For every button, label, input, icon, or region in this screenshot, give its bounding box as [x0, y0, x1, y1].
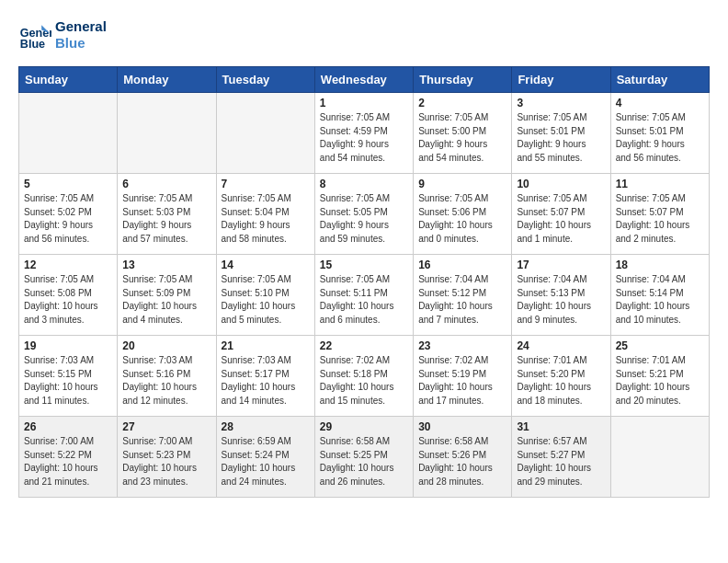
weekday-header-saturday: Saturday — [610, 67, 709, 93]
day-info: Sunrise: 6:59 AM Sunset: 5:24 PM Dayligh… — [222, 435, 310, 488]
calendar-cell: 6Sunrise: 7:05 AM Sunset: 5:03 PM Daylig… — [118, 174, 216, 255]
day-number: 6 — [122, 178, 210, 190]
weekday-header-wednesday: Wednesday — [314, 67, 413, 93]
day-info: Sunrise: 7:03 AM Sunset: 5:15 PM Dayligh… — [24, 354, 112, 408]
svg-text:Blue: Blue — [20, 38, 45, 51]
day-number: 7 — [222, 178, 310, 190]
day-number: 20 — [122, 339, 210, 352]
logo-general: General — [55, 18, 107, 35]
calendar-week-row: 19Sunrise: 7:03 AM Sunset: 5:15 PM Dayli… — [19, 336, 710, 417]
day-number: 1 — [320, 97, 408, 109]
calendar-cell: 17Sunrise: 7:04 AM Sunset: 5:13 PM Dayli… — [512, 255, 610, 336]
calendar-cell — [118, 93, 216, 174]
calendar-cell — [19, 93, 118, 174]
calendar-cell: 31Sunrise: 6:57 AM Sunset: 5:27 PM Dayli… — [512, 417, 610, 498]
day-number: 18 — [616, 259, 704, 271]
day-number: 19 — [24, 339, 112, 352]
day-number: 16 — [418, 259, 506, 271]
calendar-cell: 22Sunrise: 7:02 AM Sunset: 5:18 PM Dayli… — [314, 336, 413, 417]
day-number: 15 — [320, 259, 408, 271]
day-info: Sunrise: 7:05 AM Sunset: 5:04 PM Dayligh… — [222, 192, 310, 246]
weekday-header-sunday: Sunday — [19, 67, 118, 93]
day-number: 9 — [418, 178, 506, 190]
weekday-header-monday: Monday — [118, 67, 216, 93]
day-info: Sunrise: 7:00 AM Sunset: 5:23 PM Dayligh… — [122, 435, 210, 488]
calendar-cell: 1Sunrise: 7:05 AM Sunset: 4:59 PM Daylig… — [314, 93, 413, 174]
calendar-table: SundayMondayTuesdayWednesdayThursdayFrid… — [18, 66, 710, 498]
day-number: 25 — [616, 339, 704, 352]
calendar-cell: 18Sunrise: 7:04 AM Sunset: 5:14 PM Dayli… — [610, 255, 709, 336]
day-info: Sunrise: 7:05 AM Sunset: 5:07 PM Dayligh… — [517, 192, 605, 246]
day-number: 5 — [24, 178, 112, 190]
day-info: Sunrise: 7:03 AM Sunset: 5:17 PM Dayligh… — [222, 354, 310, 408]
weekday-header-row: SundayMondayTuesdayWednesdayThursdayFrid… — [19, 67, 710, 93]
calendar-cell: 24Sunrise: 7:01 AM Sunset: 5:20 PM Dayli… — [512, 336, 610, 417]
day-info: Sunrise: 7:05 AM Sunset: 5:09 PM Dayligh… — [122, 273, 210, 327]
day-info: Sunrise: 7:05 AM Sunset: 5:03 PM Dayligh… — [122, 192, 210, 246]
day-number: 29 — [320, 420, 408, 433]
day-info: Sunrise: 7:05 AM Sunset: 5:11 PM Dayligh… — [320, 273, 408, 327]
calendar-cell: 5Sunrise: 7:05 AM Sunset: 5:02 PM Daylig… — [19, 174, 118, 255]
logo-icon: General Blue — [18, 18, 51, 52]
day-info: Sunrise: 7:05 AM Sunset: 5:02 PM Dayligh… — [24, 192, 112, 246]
day-number: 2 — [418, 97, 506, 109]
day-number: 13 — [122, 259, 210, 271]
calendar-cell: 15Sunrise: 7:05 AM Sunset: 5:11 PM Dayli… — [314, 255, 413, 336]
page-header: General Blue General Blue — [18, 18, 710, 52]
calendar-cell: 27Sunrise: 7:00 AM Sunset: 5:23 PM Dayli… — [118, 417, 216, 498]
calendar-week-row: 26Sunrise: 7:00 AM Sunset: 5:22 PM Dayli… — [19, 417, 710, 498]
weekday-header-friday: Friday — [512, 67, 610, 93]
day-number: 4 — [616, 97, 704, 109]
calendar-cell: 25Sunrise: 7:01 AM Sunset: 5:21 PM Dayli… — [610, 336, 709, 417]
day-info: Sunrise: 7:04 AM Sunset: 5:14 PM Dayligh… — [616, 273, 704, 327]
calendar-cell: 16Sunrise: 7:04 AM Sunset: 5:12 PM Dayli… — [414, 255, 512, 336]
calendar-cell: 29Sunrise: 6:58 AM Sunset: 5:25 PM Dayli… — [314, 417, 413, 498]
day-number: 30 — [418, 420, 506, 433]
calendar-cell: 12Sunrise: 7:05 AM Sunset: 5:08 PM Dayli… — [19, 255, 118, 336]
day-number: 14 — [222, 259, 310, 271]
day-info: Sunrise: 7:02 AM Sunset: 5:18 PM Dayligh… — [320, 354, 408, 408]
calendar-cell: 8Sunrise: 7:05 AM Sunset: 5:05 PM Daylig… — [314, 174, 413, 255]
calendar-cell: 21Sunrise: 7:03 AM Sunset: 5:17 PM Dayli… — [216, 336, 314, 417]
day-number: 22 — [320, 339, 408, 352]
day-info: Sunrise: 7:05 AM Sunset: 5:05 PM Dayligh… — [320, 192, 408, 246]
day-number: 23 — [418, 339, 506, 352]
calendar-cell: 28Sunrise: 6:59 AM Sunset: 5:24 PM Dayli… — [216, 417, 314, 498]
day-number: 31 — [517, 420, 605, 433]
day-info: Sunrise: 7:03 AM Sunset: 5:16 PM Dayligh… — [122, 354, 210, 408]
calendar-cell: 4Sunrise: 7:05 AM Sunset: 5:01 PM Daylig… — [610, 93, 709, 174]
calendar-cell: 2Sunrise: 7:05 AM Sunset: 5:00 PM Daylig… — [414, 93, 512, 174]
calendar-cell: 23Sunrise: 7:02 AM Sunset: 5:19 PM Dayli… — [414, 336, 512, 417]
day-number: 27 — [122, 420, 210, 433]
calendar-cell: 9Sunrise: 7:05 AM Sunset: 5:06 PM Daylig… — [414, 174, 512, 255]
calendar-cell: 26Sunrise: 7:00 AM Sunset: 5:22 PM Dayli… — [19, 417, 118, 498]
logo-blue: Blue — [55, 35, 107, 52]
day-info: Sunrise: 7:01 AM Sunset: 5:21 PM Dayligh… — [616, 354, 704, 408]
calendar-cell: 14Sunrise: 7:05 AM Sunset: 5:10 PM Dayli… — [216, 255, 314, 336]
day-info: Sunrise: 6:58 AM Sunset: 5:25 PM Dayligh… — [320, 435, 408, 488]
calendar-week-row: 1Sunrise: 7:05 AM Sunset: 4:59 PM Daylig… — [19, 93, 710, 174]
day-number: 8 — [320, 178, 408, 190]
day-info: Sunrise: 7:05 AM Sunset: 5:01 PM Dayligh… — [517, 111, 605, 165]
calendar-cell: 10Sunrise: 7:05 AM Sunset: 5:07 PM Dayli… — [512, 174, 610, 255]
day-info: Sunrise: 7:05 AM Sunset: 5:01 PM Dayligh… — [616, 111, 704, 165]
day-info: Sunrise: 7:00 AM Sunset: 5:22 PM Dayligh… — [24, 435, 112, 488]
weekday-header-tuesday: Tuesday — [216, 67, 314, 93]
calendar-cell: 20Sunrise: 7:03 AM Sunset: 5:16 PM Dayli… — [118, 336, 216, 417]
day-info: Sunrise: 6:57 AM Sunset: 5:27 PM Dayligh… — [517, 435, 605, 488]
day-number: 24 — [517, 339, 605, 352]
day-info: Sunrise: 7:04 AM Sunset: 5:13 PM Dayligh… — [517, 273, 605, 327]
calendar-cell: 19Sunrise: 7:03 AM Sunset: 5:15 PM Dayli… — [19, 336, 118, 417]
day-number: 26 — [24, 420, 112, 433]
day-info: Sunrise: 6:58 AM Sunset: 5:26 PM Dayligh… — [418, 435, 506, 488]
calendar-cell: 13Sunrise: 7:05 AM Sunset: 5:09 PM Dayli… — [118, 255, 216, 336]
day-info: Sunrise: 7:05 AM Sunset: 5:07 PM Dayligh… — [616, 192, 704, 246]
calendar-cell: 11Sunrise: 7:05 AM Sunset: 5:07 PM Dayli… — [610, 174, 709, 255]
calendar-cell — [216, 93, 314, 174]
day-number: 17 — [517, 259, 605, 271]
day-info: Sunrise: 7:01 AM Sunset: 5:20 PM Dayligh… — [517, 354, 605, 408]
day-number: 21 — [222, 339, 310, 352]
day-info: Sunrise: 7:05 AM Sunset: 5:08 PM Dayligh… — [24, 273, 112, 327]
logo: General Blue General Blue — [18, 18, 107, 52]
day-number: 3 — [517, 97, 605, 109]
